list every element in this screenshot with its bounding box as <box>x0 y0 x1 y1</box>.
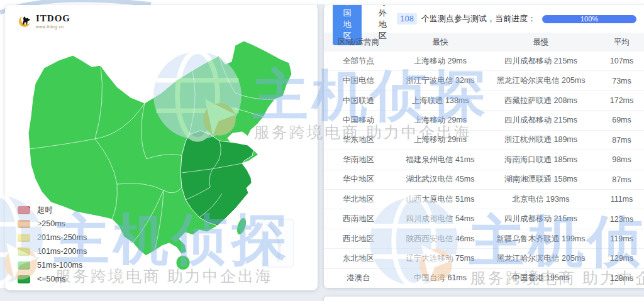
monitor-count-badge: 108 <box>397 13 417 25</box>
table-cell: 黑龙江哈尔滨电信 205ms <box>487 253 594 264</box>
table-cell: 129ms <box>594 254 644 263</box>
table-cell: 中国移动 <box>324 115 393 126</box>
itdog-dog-icon <box>18 11 34 28</box>
table-row[interactable]: 东北地区辽宁大连移动 75ms黑龙江哈尔滨电信 205ms129ms <box>324 249 644 268</box>
table-cell: 上海移动 29ms <box>393 56 487 67</box>
table-cell: 东北地区 <box>324 253 393 264</box>
table-cell: 黑龙江哈尔滨电信 205ms <box>487 75 594 86</box>
itdog-logo[interactable]: ITDOG www.itdog.cn <box>18 11 70 29</box>
map-legend: 超时>250ms201ms-250ms101ms-200ms51ms-100ms… <box>18 205 87 283</box>
legend-color-chip <box>18 248 30 256</box>
table-cell: 浙江宁波电信 32ms <box>393 75 487 86</box>
table-cell: 中国台湾 61ms <box>393 273 487 283</box>
monitor-label: 个监测点参与测试，当前进度： <box>421 13 536 25</box>
legend-color-chip <box>18 261 30 270</box>
table-row[interactable]: 中国联通上海联通 138ms西藏拉萨联通 208ms172ms <box>324 91 644 111</box>
table-cell: 四川成都移动 215ms <box>487 56 594 67</box>
legend-item: >250ms <box>18 219 87 228</box>
table-cell: 四川成都电信 54ms <box>393 214 487 224</box>
table-cell: 北京电信 193ms <box>487 194 594 205</box>
legend-label: 201ms-250ms <box>37 233 87 242</box>
legend-label: >250ms <box>37 219 65 228</box>
taiwan-island <box>235 217 248 236</box>
legend-item: 201ms-250ms <box>18 233 87 242</box>
col-header-region: 区域/运营商 <box>324 37 393 48</box>
table-row[interactable]: 中国移动上海移动 29ms四川成都移动 215ms69ms <box>324 111 644 130</box>
progress-bar: 100% <box>542 15 636 23</box>
results-card: 中国地区 海外地区 108 个监测点参与测试，当前进度： 100% 区域/运营商… <box>324 5 644 288</box>
table-cell: 西南地区 <box>324 214 393 224</box>
table-cell: 福建泉州电信 41ms <box>393 155 487 165</box>
table-row[interactable]: 华东地区上海移动 29ms浙江杭州联通 189ms87ms <box>324 131 644 150</box>
legend-item: <=50ms <box>18 275 87 283</box>
table-cell: 四川成都移动 215ms <box>487 115 594 126</box>
legend-label: 51ms-100ms <box>37 261 82 270</box>
legend-color-chip <box>18 220 30 228</box>
panel-header: 中国地区 海外地区 108 个监测点参与测试，当前进度： 100% <box>324 5 644 33</box>
col-header-slowest: 最慢 <box>487 37 594 48</box>
table-cell: 四川成都移动 215ms <box>487 214 594 224</box>
legend-label: 超时 <box>37 205 53 216</box>
legend-label: <=50ms <box>37 275 65 283</box>
logo-subtitle: www.itdog.cn <box>36 25 70 29</box>
table-cell: 107ms <box>594 57 644 65</box>
table-cell: 87ms <box>594 175 644 184</box>
table-cell: 西藏拉萨联通 208ms <box>487 96 594 106</box>
legend-label: 101ms-200ms <box>37 247 87 256</box>
table-cell: 87ms <box>594 136 644 145</box>
table-cell: 上海移动 29ms <box>393 115 487 126</box>
logo-title: ITDOG <box>36 14 70 23</box>
map-card: ITDOG www.itdog.cn <box>5 5 318 290</box>
table-cell: 华北地区 <box>324 194 393 205</box>
table-row[interactable]: 华南地区福建泉州电信 41ms海南海口联通 185ms98ms <box>324 150 644 170</box>
table-cell: 中国香港 195ms <box>487 273 594 283</box>
table-row[interactable]: 港澳台中国台湾 61ms中国香港 195ms128ms <box>324 269 644 288</box>
table-cell: 98ms <box>594 155 644 164</box>
table-cell: 111ms <box>594 195 644 204</box>
legend-color-chip <box>18 234 30 242</box>
table-row[interactable]: 华北地区山西太原电信 51ms北京电信 193ms111ms <box>324 190 644 209</box>
legend-color-chip <box>18 275 30 283</box>
latency-table-body: 全部节点上海移动 29ms四川成都移动 215ms107ms中国电信浙江宁波电信… <box>324 52 644 288</box>
table-cell: 69ms <box>594 116 644 124</box>
col-header-average: 平均 <box>594 37 644 48</box>
table-cell: 湖北武汉电信 45ms <box>393 174 487 185</box>
table-cell: 中国电信 <box>324 75 393 86</box>
table-cell: 华中地区 <box>324 174 393 185</box>
hainan-island <box>176 256 190 270</box>
table-cell: 123ms <box>594 215 644 224</box>
next-card-top-edge <box>324 297 644 301</box>
table-cell: 西北地区 <box>324 234 393 244</box>
legend-item: 超时 <box>18 205 87 214</box>
table-cell: 新疆乌鲁木齐联通 199ms <box>487 234 594 244</box>
table-cell: 73ms <box>594 77 644 85</box>
table-cell: 辽宁大连移动 75ms <box>393 253 487 264</box>
table-cell: 128ms <box>594 274 644 283</box>
table-row[interactable]: 中国电信浙江宁波电信 32ms黑龙江哈尔滨电信 205ms73ms <box>324 71 644 90</box>
table-row[interactable]: 华中地区湖北武汉电信 45ms湖南湘潭联通 158ms87ms <box>324 170 644 190</box>
south-china-sea-inset <box>262 219 294 267</box>
progress-value: 100% <box>580 15 598 23</box>
table-cell: 华东地区 <box>324 134 393 145</box>
table-cell: 海南海口联通 185ms <box>487 155 594 165</box>
table-cell: 上海联通 138ms <box>393 96 487 106</box>
table-row[interactable]: 西南地区四川成都电信 54ms四川成都移动 215ms123ms <box>324 209 644 229</box>
col-header-fastest: 最快 <box>393 37 487 48</box>
table-cell: 119ms <box>594 234 644 243</box>
legend-item: 101ms-200ms <box>18 247 87 256</box>
table-cell: 全部节点 <box>324 56 393 67</box>
table-cell: 上海移动 29ms <box>393 134 487 145</box>
legend-item: 51ms-100ms <box>18 261 87 270</box>
table-cell: 陕西西安电信 46ms <box>393 234 487 244</box>
table-cell: 华南地区 <box>324 155 393 165</box>
legend-color-chip <box>18 206 30 214</box>
table-row[interactable]: 全部节点上海移动 29ms四川成都移动 215ms107ms <box>324 52 644 71</box>
table-cell: 中国联通 <box>324 96 393 106</box>
table-cell: 172ms <box>594 96 644 105</box>
table-cell: 浙江杭州联通 189ms <box>487 134 594 145</box>
table-cell: 港澳台 <box>324 273 393 283</box>
table-cell: 山西太原电信 51ms <box>393 194 487 205</box>
table-row[interactable]: 西北地区陕西西安电信 46ms新疆乌鲁木齐联通 199ms119ms <box>324 229 644 249</box>
table-cell: 湖南湘潭联通 158ms <box>487 174 594 185</box>
